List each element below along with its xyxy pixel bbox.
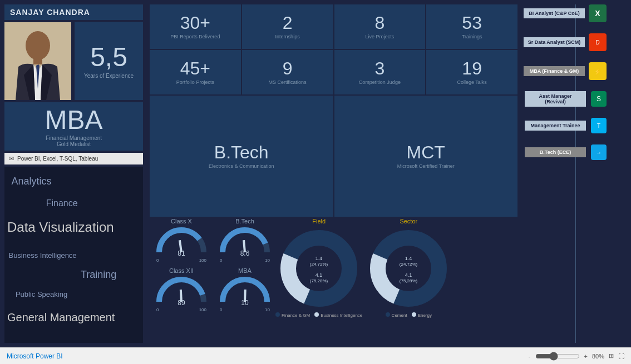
zoom-plus[interactable]: + xyxy=(584,353,588,360)
svg-text:81: 81 xyxy=(178,250,185,257)
gauge-btech: B.Tech 8.6 010 xyxy=(215,218,274,263)
donut-sector-svg: 1.4 (24,72%) 4.1 (75,28%) xyxy=(367,227,450,310)
profile-header: SANJAY CHANDRA xyxy=(4,4,143,20)
email-icon: ✉ xyxy=(9,155,14,162)
gauge-classxii: Class XII 89 0100 xyxy=(152,267,211,312)
zoom-minus[interactable]: - xyxy=(529,353,531,360)
svg-text:4.1: 4.1 xyxy=(316,272,323,278)
stat-comp-judge: 3 Competition Judge xyxy=(334,50,426,94)
stat-ms-cert: 9 MS Certifications xyxy=(242,50,333,94)
timeline-connector-0 xyxy=(575,26,576,33)
timeline-item-2: MBA (Finance & GM) ⚡ xyxy=(522,62,629,80)
svg-text:4.1: 4.1 xyxy=(405,272,412,278)
gauge-svg-mba: 10 xyxy=(217,274,273,307)
svg-text:T: T xyxy=(597,123,600,129)
gauge-svg-btech: 8.6 xyxy=(217,225,273,258)
content-area: SANJAY CHANDRA xyxy=(0,0,631,347)
stat-number-5: 9 xyxy=(283,59,293,77)
donut-sector-title: Sector xyxy=(400,218,417,225)
gauge-label-mba: MBA xyxy=(238,267,252,274)
right-panel: BI Analyst (C&P CoE) X Sr Data Analyst (… xyxy=(520,0,631,347)
profile-name: SANJAY CHANDRA xyxy=(10,8,137,17)
fullscreen-icon[interactable]: ⛶ xyxy=(618,353,624,360)
timeline-item-3: Asst Manager (Revival) S xyxy=(522,91,629,107)
main-wrapper: SANJAY CHANDRA xyxy=(0,0,631,364)
donut-sector-legend: Cement Energy xyxy=(386,312,432,318)
stat-number-7: 19 xyxy=(462,59,482,77)
svg-text:1.4: 1.4 xyxy=(316,256,323,261)
years-label: Years of Experience xyxy=(84,73,134,79)
timeline-icon-4: T xyxy=(591,118,607,133)
donut-field: Field 1.4 (24,72%) 4.1 (75,28%) xyxy=(275,218,362,339)
powerbi-link[interactable]: Microsoft Power BI xyxy=(7,352,63,360)
fit-page-icon[interactable]: ⊞ xyxy=(609,352,614,360)
edu-sub-mct: Microsoft Certified Trainer xyxy=(397,163,455,169)
word-training: Training xyxy=(81,269,116,281)
svg-text:(24,72%): (24,72%) xyxy=(400,262,418,267)
gauge-svg-classx: 81 xyxy=(154,225,209,258)
svg-point-1 xyxy=(26,31,50,60)
left-panel: SANJAY CHANDRA xyxy=(0,0,147,347)
stats-grid-top: 30+ PBI Reports Delivered 2 Internships … xyxy=(150,4,517,49)
donut-sector: Sector 1.4 (24,72%) 4.1 (75,28%) Cement … xyxy=(367,218,450,339)
center-panel: 30+ PBI Reports Delivered 2 Internships … xyxy=(147,0,520,347)
email-skills-section: ✉ Power BI, Excel, T-SQL, Tableau xyxy=(4,153,143,164)
profile-photo-section: 5,5 Years of Experience xyxy=(4,22,143,100)
timeline-item-0: BI Analyst (C&P CoE) X xyxy=(522,4,629,22)
word-finance: Finance xyxy=(46,198,78,208)
donut-field-title: Field xyxy=(312,218,326,225)
stat-number-0: 30+ xyxy=(180,14,210,32)
timeline-connector-2 xyxy=(575,83,576,91)
timeline-role-1: Sr Data Analyst (SCM) xyxy=(524,37,585,47)
gauge-minmax-classx: 0100 xyxy=(156,258,206,263)
stat-portfolio: 45+ Portfolio Projects xyxy=(150,50,241,94)
svg-text:8.6: 8.6 xyxy=(240,250,250,257)
stat-number-2: 8 xyxy=(374,14,384,32)
svg-rect-2 xyxy=(33,58,42,64)
stat-college-talks: 19 College Talks xyxy=(426,50,517,94)
timeline-connector-1 xyxy=(575,54,576,62)
stat-label-0: PBI Reports Delivered xyxy=(170,34,220,39)
mba-degree: MBA xyxy=(45,106,102,135)
timeline-connector-4 xyxy=(575,137,576,144)
person-silhouette xyxy=(4,22,71,100)
edu-btech: B.Tech Electronics & Communication xyxy=(150,96,333,217)
charts-section: Class X 81 0100 xyxy=(150,218,517,343)
timeline-item-5: B.Tech (ECE) → xyxy=(522,144,629,160)
mba-section: MBA Financial Management Gold Medalist xyxy=(4,102,143,151)
svg-text:(24,72%): (24,72%) xyxy=(310,262,328,267)
svg-text:(75,28%): (75,28%) xyxy=(310,278,328,283)
timeline-role-3: Asst Manager (Revival) xyxy=(525,91,586,107)
stat-internships: 2 Internships xyxy=(242,4,333,49)
svg-text:D: D xyxy=(595,39,599,46)
mba-sub2: Gold Medalist xyxy=(57,141,91,147)
edu-degree-btech: B.Tech xyxy=(214,143,269,161)
donut-charts: Field 1.4 (24,72%) 4.1 (75,28%) xyxy=(275,218,515,339)
skills-text: Power BI, Excel, T-SQL, Tableau xyxy=(17,156,98,162)
word-bi: Business Intelligence xyxy=(8,251,76,260)
timeline-icon-2: ⚡ xyxy=(589,62,607,80)
zoom-slider[interactable] xyxy=(535,352,580,361)
timeline-item-1: Sr Data Analyst (SCM) D xyxy=(522,33,629,51)
timeline-connector-3 xyxy=(575,110,576,118)
career-timeline: BI Analyst (C&P CoE) X Sr Data Analyst (… xyxy=(522,4,629,343)
stat-live-projects: 8 Live Projects xyxy=(334,4,426,49)
stat-label-4: Portfolio Projects xyxy=(176,79,214,85)
stat-trainings: 53 Trainings xyxy=(426,4,517,49)
stat-label-6: Competition Judge xyxy=(359,79,401,85)
svg-text:1.4: 1.4 xyxy=(405,256,412,261)
mba-sub1: Financial Management xyxy=(46,135,102,141)
stats-grid-bottom: 45+ Portfolio Projects 9 MS Certificatio… xyxy=(150,50,517,94)
gauge-svg-classxii: 89 xyxy=(154,274,209,307)
edu-sub-btech: Electronics & Communication xyxy=(209,163,274,169)
word-publicspeaking: Public Speaking xyxy=(16,290,67,298)
timeline-icon-3: S xyxy=(591,91,607,107)
timeline-icon-5: → xyxy=(591,144,607,160)
stat-label-7: College Talks xyxy=(457,79,486,85)
years-number: 5,5 xyxy=(90,44,127,71)
svg-text:⚡: ⚡ xyxy=(594,68,602,76)
timeline-role-5: B.Tech (ECE) xyxy=(525,147,586,157)
gauge-minmax-mba: 010 xyxy=(220,307,270,312)
timeline-icon-0: X xyxy=(589,4,607,22)
gauge-mba: MBA 10 010 xyxy=(215,267,274,312)
